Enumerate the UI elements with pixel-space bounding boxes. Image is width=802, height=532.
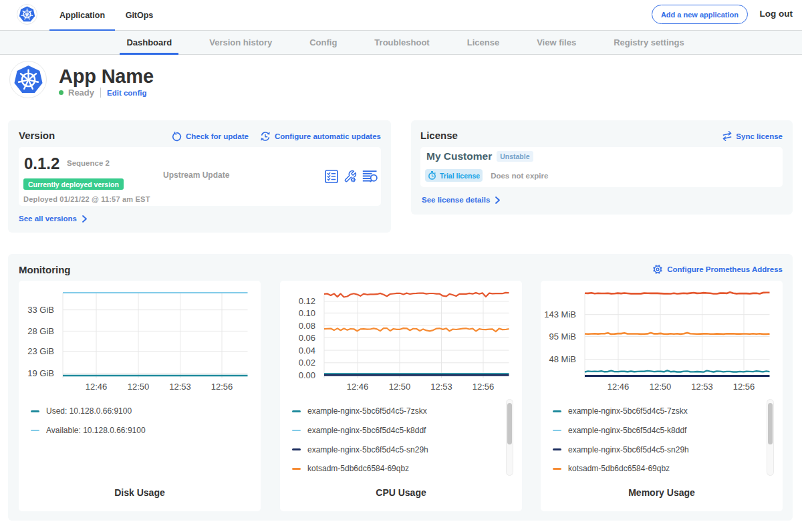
svg-text:12:46: 12:46 <box>347 382 369 392</box>
svg-text:12:56: 12:56 <box>211 382 233 392</box>
svg-text:12:56: 12:56 <box>473 382 495 392</box>
svg-text:0.08: 0.08 <box>299 321 315 331</box>
svg-text:12:50: 12:50 <box>128 382 150 392</box>
svg-text:0.12: 0.12 <box>299 296 315 306</box>
svg-text:33 GiB: 33 GiB <box>27 305 54 315</box>
svg-text:12:50: 12:50 <box>650 382 672 392</box>
svg-text:0.04: 0.04 <box>299 346 315 356</box>
svg-text:12:46: 12:46 <box>608 382 630 392</box>
svg-text:95 MiB: 95 MiB <box>549 331 576 342</box>
svg-text:0.10: 0.10 <box>299 308 315 318</box>
svg-text:143 MiB: 143 MiB <box>544 309 576 319</box>
svg-text:12:46: 12:46 <box>86 382 108 392</box>
svg-text:28 GiB: 28 GiB <box>27 326 54 336</box>
svg-text:48 MiB: 48 MiB <box>549 354 576 364</box>
svg-text:0.06: 0.06 <box>299 333 315 343</box>
svg-text:12:50: 12:50 <box>389 382 411 392</box>
svg-text:19 GiB: 19 GiB <box>27 368 54 378</box>
svg-text:12:56: 12:56 <box>733 382 755 392</box>
svg-text:12:53: 12:53 <box>691 382 713 392</box>
svg-text:12:53: 12:53 <box>169 382 191 392</box>
svg-text:12:53: 12:53 <box>430 382 452 392</box>
svg-text:0.02: 0.02 <box>299 358 315 368</box>
svg-text:0.00: 0.00 <box>299 370 315 380</box>
svg-text:23 GiB: 23 GiB <box>27 346 54 356</box>
